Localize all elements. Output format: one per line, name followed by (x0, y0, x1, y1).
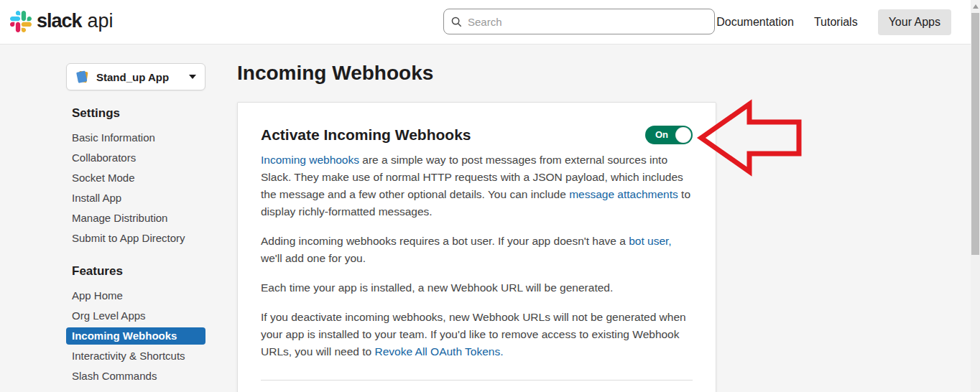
nav-documentation[interactable]: Documentation (716, 16, 794, 29)
sidebar-item-submit-to-app-directory[interactable]: Submit to App Directory (72, 228, 205, 248)
main-content: Incoming Webhooks Activate Incoming Webh… (237, 62, 716, 392)
sidebar-section-title-settings: Settings (72, 106, 205, 121)
sidebar-item-org-level-apps[interactable]: Org Level Apps (72, 306, 205, 326)
search-input[interactable] (468, 16, 707, 28)
header-nav: DocumentationTutorialsYour Apps (716, 0, 951, 45)
card-paragraph: Incoming webhooks are a simple way to po… (261, 151, 693, 220)
webhooks-card: Activate Incoming Webhooks On Incoming w… (237, 102, 716, 392)
toggle-state-label: On (655, 126, 668, 144)
app-selector-label: Stand_up App (96, 71, 189, 83)
brand-suffix: api (88, 10, 114, 32)
card-paragraph: If you deactivate incoming webhooks, new… (261, 309, 693, 360)
sidebar-section-title-features: Features (72, 264, 205, 279)
slack-api-logo[interactable]: slack api (10, 10, 114, 32)
card-paragraph: Each time your app is installed, a new W… (261, 279, 693, 297)
top-header: slack api DocumentationTutorialsYour App… (0, 0, 971, 45)
inline-link-revoke-all-oauth-tokens[interactable]: Revoke All OAuth Tokens. (375, 345, 504, 358)
sidebar-item-manage-distribution[interactable]: Manage Distribution (72, 208, 205, 228)
sidebar-item-incoming-webhooks[interactable]: Incoming Webhooks (66, 327, 205, 345)
app-icon (75, 70, 90, 84)
brand-name: slack (37, 10, 82, 32)
inline-link-message-attachments[interactable]: message attachments (569, 188, 678, 200)
sidebar-item-install-app[interactable]: Install App (72, 188, 205, 208)
app-selector-dropdown[interactable]: Stand_up App (66, 63, 205, 90)
card-divider (261, 380, 693, 381)
sidebar-item-collaborators[interactable]: Collaborators (72, 148, 205, 168)
card-header: Activate Incoming Webhooks On (261, 126, 693, 144)
toggle-knob (675, 127, 691, 143)
activate-webhooks-toggle[interactable]: On (645, 126, 693, 144)
vertical-scrollbar[interactable] (971, 0, 980, 392)
nav-tutorials[interactable]: Tutorials (814, 16, 858, 29)
sidebar: Stand_up App SettingsBasic InformationCo… (66, 63, 205, 392)
scrollbar-thumb[interactable] (971, 13, 979, 255)
sidebar-item-basic-information[interactable]: Basic Information (72, 128, 205, 148)
sidebar-item-slash-commands[interactable]: Slash Commands (72, 366, 205, 386)
sidebar-list-settings: Basic InformationCollaboratorsSocket Mod… (66, 128, 205, 248)
search-icon (451, 17, 462, 27)
page-title: Incoming Webhooks (237, 62, 716, 85)
card-heading: Activate Incoming Webhooks (261, 126, 471, 144)
search-box[interactable] (443, 9, 715, 34)
sidebar-item-app-home[interactable]: App Home (72, 286, 205, 306)
card-body: Incoming webhooks are a simple way to po… (261, 151, 693, 360)
sidebar-sections: SettingsBasic InformationCollaboratorsSo… (66, 106, 205, 392)
slack-logo-icon (10, 11, 32, 32)
sidebar-list-features: App HomeOrg Level AppsIncoming WebhooksI… (66, 286, 205, 392)
chevron-down-icon (189, 75, 196, 79)
card-paragraph: Adding incoming webhooks requires a bot … (261, 233, 693, 267)
inline-link-bot-user[interactable]: bot user, (629, 235, 671, 247)
sidebar-item-interactivity-shortcuts[interactable]: Interactivity & Shortcuts (72, 346, 205, 366)
scrollbar-up-arrow-icon[interactable] (971, 2, 980, 11)
inline-link-incoming-webhooks[interactable]: Incoming webhooks (261, 154, 359, 166)
sidebar-item-workflow-steps[interactable]: Workflow Steps (72, 386, 205, 392)
sidebar-item-socket-mode[interactable]: Socket Mode (72, 168, 205, 188)
nav-your-apps[interactable]: Your Apps (878, 9, 951, 35)
